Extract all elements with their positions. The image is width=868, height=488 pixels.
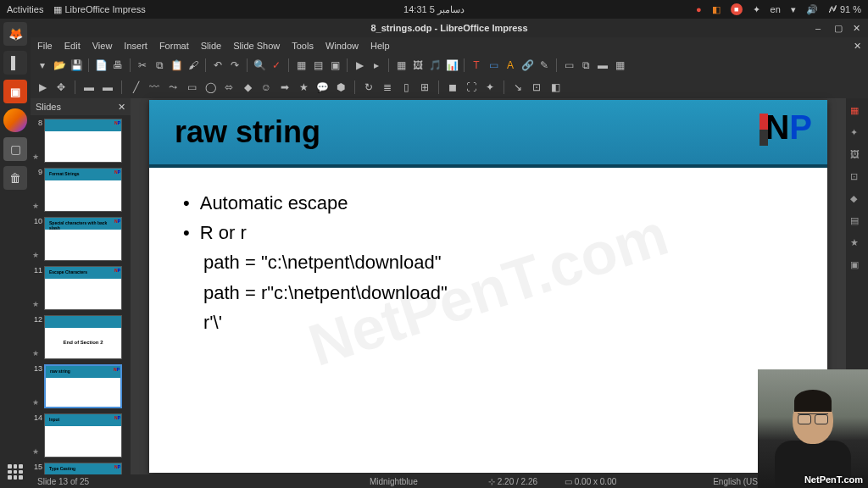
dock-terminal[interactable]: ▌ bbox=[3, 51, 27, 75]
glue-icon[interactable]: ⊡ bbox=[530, 80, 543, 94]
shadow-icon[interactable]: ◼ bbox=[446, 80, 459, 94]
find-icon[interactable]: 🔍 bbox=[253, 58, 266, 72]
connector-icon[interactable]: ⤳ bbox=[166, 80, 180, 94]
menu-help[interactable]: Help bbox=[370, 41, 390, 51]
insert-chart-icon[interactable]: 📊 bbox=[445, 58, 459, 72]
curve-icon[interactable]: 〰 bbox=[147, 80, 161, 94]
maximize-button[interactable]: ▢ bbox=[834, 23, 844, 33]
save-icon[interactable]: 💾 bbox=[70, 58, 83, 72]
lang-indicator[interactable]: en bbox=[771, 4, 781, 14]
open-icon[interactable]: 📂 bbox=[53, 58, 66, 72]
new-slide-icon[interactable]: ▭ bbox=[562, 58, 576, 72]
redo-icon[interactable]: ↷ bbox=[228, 58, 242, 72]
animation-icon[interactable]: ★ bbox=[850, 237, 864, 251]
doc-close-button[interactable]: ✕ bbox=[854, 41, 861, 52]
basic-shapes-icon[interactable]: ◆ bbox=[241, 80, 254, 94]
fill-color-icon[interactable]: ▬ bbox=[101, 80, 114, 94]
arrange-icon[interactable]: ▯ bbox=[399, 80, 413, 94]
stars-icon[interactable]: ★ bbox=[297, 80, 310, 94]
insert-table-icon[interactable]: ▦ bbox=[394, 58, 408, 72]
slide-thumb-14[interactable]: InputNP bbox=[44, 413, 122, 458]
duplicate-slide-icon[interactable]: ⧉ bbox=[579, 58, 593, 72]
line-icon[interactable]: ╱ bbox=[129, 80, 142, 94]
menu-slideshow[interactable]: Slide Show bbox=[233, 41, 280, 51]
master-icon[interactable]: ▣ bbox=[328, 58, 342, 72]
bullet-2[interactable]: R or r bbox=[183, 218, 793, 247]
clock[interactable]: 14:31 دسامبر 5 bbox=[403, 4, 465, 14]
3d-icon[interactable]: ⬢ bbox=[334, 80, 348, 94]
filter-icon[interactable]: ✦ bbox=[483, 80, 497, 94]
dock-firefox[interactable] bbox=[3, 108, 27, 132]
grid-icon[interactable]: ▦ bbox=[294, 58, 308, 72]
cut-icon[interactable]: ✂ bbox=[136, 58, 149, 72]
extrusion-icon[interactable]: ◧ bbox=[548, 80, 562, 94]
block-arrows-icon[interactable]: ➡ bbox=[278, 80, 292, 94]
copy-icon[interactable]: ⧉ bbox=[153, 58, 166, 72]
slide-thumb-9[interactable]: Format StringsNP bbox=[44, 168, 122, 212]
activities-button[interactable]: Activities bbox=[7, 4, 43, 14]
menu-edit[interactable]: Edit bbox=[64, 41, 81, 51]
slide-title-area[interactable]: raw string bbox=[149, 100, 827, 168]
slide-body[interactable]: Automatic escape R or r path = "c:\netpe… bbox=[149, 168, 827, 358]
slide-trans-icon[interactable]: ▤ bbox=[850, 215, 864, 229]
slide-thumb-13[interactable]: raw stringNP bbox=[44, 364, 122, 408]
ellipse-icon[interactable]: ◯ bbox=[203, 80, 217, 94]
rotate-icon[interactable]: ↻ bbox=[362, 80, 376, 94]
menu-file[interactable]: File bbox=[37, 41, 53, 51]
slide-title[interactable]: raw string bbox=[175, 114, 320, 150]
undo-icon[interactable]: ↶ bbox=[211, 58, 225, 72]
stop-indicator[interactable]: ■ bbox=[731, 3, 743, 15]
insert-special-icon[interactable]: ✎ bbox=[537, 58, 551, 72]
crop-icon[interactable]: ⛶ bbox=[465, 80, 478, 94]
master-slides-icon[interactable]: ▣ bbox=[850, 259, 864, 273]
slide-thumb-12[interactable]: End of Section 2 bbox=[44, 315, 122, 359]
canvas-area[interactable]: NetPenT.com raw string NP Automatic esca… bbox=[131, 98, 846, 474]
code-line-3[interactable]: r'\' bbox=[183, 308, 793, 337]
spellcheck-icon[interactable]: ✓ bbox=[270, 58, 283, 72]
apps-grid-button[interactable] bbox=[8, 464, 23, 480]
start-current-icon[interactable]: ▸ bbox=[370, 58, 383, 72]
callout-icon[interactable]: 💬 bbox=[315, 80, 329, 94]
shapes-icon[interactable]: ◆ bbox=[850, 193, 864, 207]
menu-format[interactable]: Format bbox=[159, 41, 189, 51]
start-first-icon[interactable]: ▶ bbox=[353, 58, 366, 72]
gallery-icon[interactable]: 🖼 bbox=[850, 149, 864, 163]
close-button[interactable]: ✕ bbox=[853, 23, 863, 33]
dock-impress[interactable]: ▣ bbox=[3, 80, 27, 103]
clone-format-icon[interactable]: 🖌 bbox=[186, 58, 200, 72]
rectangle-icon[interactable]: ▭ bbox=[185, 80, 198, 94]
insert-header-icon[interactable]: ▭ bbox=[487, 58, 500, 72]
battery-icon[interactable]: 🗲 91 % bbox=[828, 4, 861, 14]
paste-icon[interactable]: 📋 bbox=[170, 58, 183, 72]
insert-fontwork-icon[interactable]: A bbox=[504, 58, 517, 72]
insert-textbox-icon[interactable]: T bbox=[470, 58, 483, 72]
select-icon[interactable]: ▶ bbox=[36, 80, 49, 94]
export-pdf-icon[interactable]: 📄 bbox=[94, 58, 108, 72]
insert-av-icon[interactable]: 🎵 bbox=[428, 58, 442, 72]
minimize-button[interactable]: – bbox=[815, 23, 826, 33]
code-line-1[interactable]: path = "c:\netpent\download" bbox=[183, 247, 793, 277]
display-views-icon[interactable]: ▤ bbox=[311, 58, 325, 72]
menu-slide[interactable]: Slide bbox=[201, 41, 221, 51]
points-icon[interactable]: ↘ bbox=[511, 80, 525, 94]
slides-list[interactable]: 8★NP9★Format StringsNP10★Special charact… bbox=[31, 115, 131, 474]
properties-icon[interactable]: ▦ bbox=[850, 105, 864, 119]
dock-trash[interactable]: 🗑 bbox=[3, 166, 27, 190]
slide-thumb-15[interactable]: Type CastingNP bbox=[44, 463, 122, 474]
dock-gimp[interactable]: 🦊 bbox=[3, 22, 27, 46]
zoom-pan-icon[interactable]: ✥ bbox=[54, 80, 68, 94]
app-menu[interactable]: ▦ LibreOffice Impress bbox=[53, 4, 145, 15]
insert-hyperlink-icon[interactable]: 🔗 bbox=[520, 58, 534, 72]
code-line-2[interactable]: path = r"c:\netpent\download" bbox=[183, 278, 793, 308]
slide-layout-icon[interactable]: ▦ bbox=[613, 58, 626, 72]
bullet-1[interactable]: Automatic escape bbox=[183, 188, 793, 218]
distribute-icon[interactable]: ⊞ bbox=[418, 80, 431, 94]
align-icon[interactable]: ≣ bbox=[381, 80, 394, 94]
network-icon[interactable]: ▾ bbox=[791, 4, 796, 15]
slide-canvas[interactable]: NetPenT.com raw string NP Automatic esca… bbox=[149, 100, 827, 473]
new-icon[interactable]: ▾ bbox=[36, 58, 49, 72]
delete-slide-icon[interactable]: ▬ bbox=[596, 58, 609, 72]
slide-thumb-8[interactable]: NP bbox=[44, 119, 122, 163]
arrow-shapes-icon[interactable]: ⬄ bbox=[222, 80, 236, 94]
print-icon[interactable]: 🖶 bbox=[111, 58, 125, 72]
